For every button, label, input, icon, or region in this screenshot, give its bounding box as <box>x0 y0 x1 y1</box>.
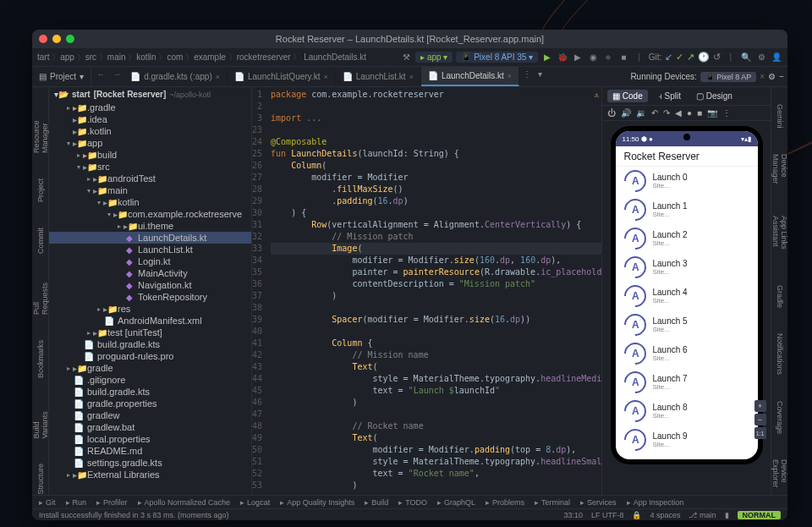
tabs-dropdown-icon[interactable]: ▾ <box>535 67 546 86</box>
tabs-overflow-icon[interactable]: ⋮ <box>519 67 535 86</box>
tree-row[interactable]: 📄.gitignore <box>49 374 251 386</box>
zoom-out-icon[interactable]: − <box>754 414 766 425</box>
power-icon[interactable]: ⏻ <box>607 108 616 118</box>
close-tab-icon[interactable]: × <box>409 73 414 81</box>
breadcrumb-item[interactable]: kotlin <box>136 52 156 62</box>
tree-row[interactable]: 📄gradlew <box>49 409 251 421</box>
tool-tab[interactable]: Resource Manager <box>32 104 49 153</box>
git-history-icon[interactable]: 🕐 <box>698 52 710 63</box>
bottom-tool[interactable]: ▸Apollo Normalized Cache <box>138 498 231 507</box>
launch-list-item[interactable]: ALaunch 9Site... <box>616 425 758 454</box>
home-icon[interactable]: ● <box>687 108 692 118</box>
close-tab-icon[interactable]: × <box>323 73 327 81</box>
bottom-tool[interactable]: ▸Profiler <box>96 498 128 507</box>
tree-row[interactable]: ▾▸📁src <box>49 161 251 173</box>
tree-row[interactable]: ▾▸📁app <box>49 137 251 149</box>
breadcrumb-item[interactable]: rocketreserver <box>237 52 291 62</box>
debug-icon[interactable]: 🐞 <box>557 52 568 63</box>
tool-tab[interactable]: Project <box>36 178 45 202</box>
encoding-indicator[interactable]: LF UTF-8 <box>591 511 624 519</box>
close-tab-icon[interactable]: × <box>216 73 220 81</box>
phone-screen[interactable]: 11:50 ⬢ ● ▾▴▮ Rocket Reserver ALaunch 0S… <box>616 131 758 459</box>
editor-tab[interactable]: 📄d.gradle.kts (:app)× <box>123 67 228 86</box>
tree-row[interactable]: 📄local.properties <box>49 433 251 445</box>
tree-row[interactable]: 📄AndroidManifest.xml <box>49 315 251 327</box>
launch-list-item[interactable]: ALaunch 5Site... <box>616 310 758 339</box>
device-settings-icon[interactable]: ⚙ <box>768 72 776 81</box>
tool-tab[interactable]: App Links Assistant <box>771 216 788 260</box>
bottom-tool[interactable]: ▸App Quality Insights <box>280 498 354 507</box>
tree-row[interactable]: ▸▸📁test [unitTest] <box>49 327 251 338</box>
tree-row[interactable]: ▸▸📁External Libraries <box>49 469 251 480</box>
device-selector[interactable]: 📱 Pixel 8 API 35 ▾ <box>456 52 538 63</box>
tree-row[interactable]: 📄gradle.properties <box>49 398 251 409</box>
launch-list-item[interactable]: ALaunch 0Site... <box>616 167 758 195</box>
tool-tab[interactable]: Structure <box>36 464 45 495</box>
tool-tab[interactable]: Gradle <box>776 285 784 308</box>
device-minimize-icon[interactable]: − <box>779 72 784 81</box>
breadcrumb-item[interactable]: com <box>167 52 183 62</box>
launch-list-item[interactable]: ALaunch 1Site... <box>616 195 758 224</box>
tool-tab[interactable]: Bookmarks <box>36 340 45 378</box>
view-code-toggle[interactable]: ▦ Code <box>607 90 648 102</box>
breadcrumb-item[interactable]: LaunchDetails.kt <box>304 52 366 62</box>
git-update-icon[interactable]: ↙ <box>665 52 672 63</box>
tree-row[interactable]: ▸📁.kotlin <box>49 125 251 137</box>
launch-list-item[interactable]: ALaunch 6Site... <box>616 339 758 368</box>
tree-row[interactable]: ◆Navigation.kt <box>49 279 251 291</box>
bottom-tool[interactable]: ▸Git <box>39 498 56 507</box>
zoom-ratio[interactable]: 1:1 <box>754 427 766 439</box>
bottom-tool[interactable]: ▸Logcat <box>240 498 270 507</box>
tree-row[interactable]: ◆LaunchDetails.kt <box>49 232 251 244</box>
launch-list-item[interactable]: ALaunch 2Site... <box>616 224 758 253</box>
tool-tab[interactable]: Pull Requests <box>32 279 49 315</box>
bottom-tool[interactable]: ▸App Inspection <box>627 498 684 507</box>
breadcrumb-item[interactable]: example <box>194 52 226 62</box>
breadcrumb-item[interactable]: src <box>85 52 96 62</box>
tool-tab[interactable]: Device Explorer <box>771 459 788 495</box>
back-icon[interactable]: ◀ <box>675 108 682 118</box>
bottom-tool[interactable]: ▸Problems <box>486 498 524 507</box>
tree-row[interactable]: 📄settings.gradle.kts <box>49 457 251 469</box>
view-design-toggle[interactable]: ▢ Design <box>691 90 738 102</box>
rotate-right-icon[interactable]: ↷ <box>663 108 670 118</box>
tree-row[interactable]: 📄build.gradle.kts <box>49 386 251 398</box>
tree-row[interactable]: ▸▸📁gradle <box>49 362 251 374</box>
editor-tab[interactable]: 📄LaunchListQuery.kt× <box>228 67 336 86</box>
git-rollback-icon[interactable]: ↺ <box>713 52 721 63</box>
project-tool-button[interactable]: ▤ Project ▾ <box>32 67 91 86</box>
profile-icon[interactable]: ◉ <box>587 52 599 63</box>
indent-indicator[interactable]: 4 spaces <box>650 511 680 519</box>
running-device-tab[interactable]: 📱 Pixel 8 AP <box>700 72 757 82</box>
heap-indicator[interactable]: ▮ <box>725 511 729 519</box>
tree-row[interactable]: ▸▸📁ui.theme <box>49 220 251 232</box>
maximize-window-icon[interactable] <box>66 35 74 43</box>
cursor-position[interactable]: 33:10 <box>563 511 583 519</box>
bottom-tool[interactable]: ▸Terminal <box>535 498 570 507</box>
tree-row[interactable]: ▸▸📁androidTest <box>49 173 251 184</box>
tool-tab[interactable]: Commit <box>36 228 45 254</box>
run-icon[interactable]: ▶ <box>541 52 553 63</box>
tree-row[interactable]: ◆MainActivity <box>49 267 251 279</box>
tree-row[interactable]: ▸▸📁build <box>49 149 251 161</box>
error-indicator[interactable]: ⚠ 3 ^ <box>594 89 601 101</box>
git-branch[interactable]: ⎇ main <box>689 511 716 519</box>
bottom-tool[interactable]: ▸Run <box>66 498 87 507</box>
breadcrumb-item[interactable]: main <box>107 52 126 62</box>
tool-tab[interactable]: Gemini <box>776 104 784 129</box>
minimize-window-icon[interactable] <box>52 35 61 43</box>
breadcrumb-item[interactable]: tart <box>37 52 49 62</box>
nav-back-icon[interactable]: ← <box>91 67 110 86</box>
tree-row[interactable]: ◆Login.kt <box>49 255 251 267</box>
launch-list-item[interactable]: ALaunch 4Site... <box>616 282 758 310</box>
coverage-icon[interactable]: ▶ <box>572 52 584 63</box>
more-icon[interactable]: ⋮ <box>722 108 731 118</box>
settings-icon[interactable]: ⚙ <box>755 52 767 63</box>
tree-row[interactable]: 📄gradlew.bat <box>49 421 251 433</box>
volume-down-icon[interactable]: 🔉 <box>636 108 646 118</box>
tree-row[interactable]: ▾▸📁main <box>49 184 251 196</box>
run-config-selector[interactable]: ▸ app ▾ <box>415 52 453 63</box>
tool-tab[interactable]: Build Variants <box>32 403 49 439</box>
tree-row[interactable]: ▾▸📁kotlin <box>49 196 251 208</box>
tree-row[interactable]: 📄build.gradle.kts <box>49 338 251 350</box>
